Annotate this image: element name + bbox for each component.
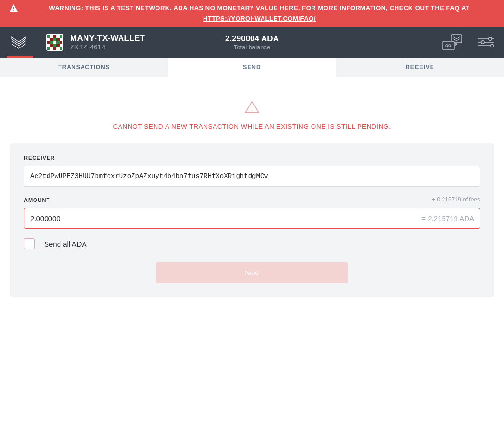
tab-transactions[interactable]: TRANSACTIONS: [0, 58, 168, 77]
svg-point-7: [489, 37, 492, 40]
tabs: TRANSACTIONS SEND RECEIVE: [0, 58, 504, 77]
balance-label: Total balance: [225, 44, 279, 51]
svg-point-11: [491, 44, 493, 47]
wallet-plate-id: ZKTZ-4614: [70, 43, 145, 51]
balance-amount: 2.290004 ADA: [225, 34, 279, 44]
send-form-card: RECEIVER AMOUNT + 0.215719 of fees = 2.2…: [10, 143, 494, 297]
send-all-checkbox[interactable]: [24, 238, 35, 249]
topbar: MANY-TX-WALLET ZKTZ-4614 2.290004 ADA To…: [0, 27, 504, 58]
warning-text: WARNING: THIS IS A TEST NETWORK. ADA HAS…: [49, 4, 469, 12]
svg-point-9: [481, 41, 484, 44]
wallet-identicon: [46, 34, 63, 51]
fees-text: + 0.215719 of fees: [432, 196, 480, 203]
total-ada-text: = 2.215719 ADA: [421, 214, 474, 223]
send-all-label: Send all ADA: [44, 240, 86, 248]
balance-block: 2.290004 ADA Total balance: [225, 34, 279, 51]
wallet-name: MANY-TX-WALLET: [70, 34, 145, 43]
faq-link[interactable]: HTTPS://YOROI-WALLET.COM/FAQ/: [203, 15, 316, 22]
amount-input[interactable]: [24, 208, 480, 229]
svg-rect-1: [13, 10, 14, 11]
wallets-icon[interactable]: [441, 33, 464, 52]
receiver-label: RECEIVER: [24, 155, 480, 161]
tab-receive[interactable]: RECEIVE: [336, 58, 504, 77]
next-button[interactable]: Next: [156, 262, 348, 283]
yoroi-logo-icon[interactable]: [10, 33, 28, 51]
send-content: CANNOT SEND A NEW TRANSACTION WHILE AN E…: [0, 77, 504, 297]
test-network-warning-banner: WARNING: THIS IS A TEST NETWORK. ADA HAS…: [0, 0, 504, 27]
tab-send[interactable]: SEND: [168, 58, 336, 77]
svg-rect-0: [13, 7, 14, 9]
receiver-input[interactable]: [24, 166, 480, 187]
pending-warning-text: CANNOT SEND A NEW TRANSACTION WHILE AN E…: [113, 123, 391, 130]
svg-point-13: [252, 110, 252, 111]
wallet-info: MANY-TX-WALLET ZKTZ-4614: [70, 34, 145, 51]
amount-label: AMOUNT: [24, 197, 50, 203]
svg-rect-3: [443, 41, 454, 50]
settings-icon[interactable]: [478, 36, 494, 48]
logo-active-indicator: [7, 56, 33, 58]
pending-warning-icon: [245, 101, 259, 115]
warning-triangle-icon: [10, 4, 18, 15]
